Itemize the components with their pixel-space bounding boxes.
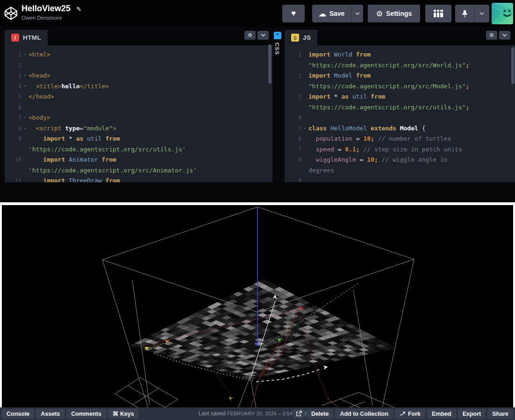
code-line: 11 import ThreeDraw from	[5, 176, 272, 182]
delete-button[interactable]: Delete	[307, 409, 334, 419]
fold-marker-icon[interactable]: ▾	[21, 81, 29, 92]
pin-options-button[interactable]	[474, 5, 489, 22]
code-line: 9 import * as util from	[5, 134, 272, 144]
console-button[interactable]: Console	[2, 409, 34, 419]
axis-origin-dot	[255, 342, 258, 345]
last-saved-status: Last saved FEBRUARY 20, 2024 – 3:54:08 P…	[199, 410, 309, 417]
pin-icon	[462, 10, 468, 18]
tab-css-label: CSS	[274, 43, 280, 55]
chevron-down-icon	[502, 34, 507, 37]
3d-canvas[interactable]	[0, 202, 515, 407]
fork-button[interactable]: Fork	[395, 409, 425, 419]
js-lang-icon: ()	[291, 34, 299, 42]
pin-button[interactable]	[455, 5, 474, 22]
footer-bar: Console Assets Comments ⌘ Keys Last save…	[0, 407, 515, 420]
code-line: "https://code.agentscript.org/src/World.…	[285, 60, 515, 71]
code-line: "https://code.agentscript.org/src/Model.…	[285, 81, 515, 92]
code-line: 4	[285, 113, 515, 123]
js-scrollbar-thumb[interactable]	[511, 47, 515, 84]
fold-marker-icon[interactable]: ▾	[21, 71, 29, 81]
fork-icon	[400, 411, 406, 416]
share-button[interactable]: Share	[487, 409, 513, 419]
comments-button[interactable]: Comments	[66, 409, 106, 419]
code-line: 2import Model from	[285, 71, 515, 81]
like-button[interactable]: ♥	[282, 5, 305, 22]
codepen-logo-icon[interactable]	[4, 6, 18, 21]
gear-icon: ⚙	[248, 32, 252, 38]
js-editor-collapse-button[interactable]	[499, 31, 510, 40]
code-line: 6 population = 10; // number of turtles	[285, 134, 515, 144]
html-editor-collapse-button[interactable]	[258, 31, 269, 40]
assets-button[interactable]: Assets	[36, 409, 64, 419]
code-line: degrees	[285, 165, 515, 176]
chevron-down-icon	[355, 12, 360, 15]
code-line: 10 import Animator from	[5, 155, 272, 165]
fork-label: Fork	[408, 411, 421, 417]
layout-grid-icon	[434, 10, 443, 17]
save-button[interactable]: ☁ Save	[312, 5, 351, 22]
settings-button[interactable]: ⚙ Settings	[368, 5, 420, 22]
editor-band: / HTML ⚙ 1▾<html>23▾<head>4▾ <title>hell…	[0, 27, 515, 182]
app-header: HelloView25 ✎ Owen Densmore ♥ ☁ Save ⚙ S…	[0, 0, 515, 27]
toast-band: ax axe DevTools Browser Extension: Easil…	[0, 182, 515, 202]
code-line: 5</head>	[5, 92, 272, 102]
html-editor-settings-button[interactable]: ⚙	[244, 31, 256, 40]
code-line: "https://code.agentscript.org/src/utils.…	[285, 102, 515, 113]
edit-title-icon[interactable]: ✎	[76, 6, 81, 13]
html-code-area[interactable]: 1▾<html>23▾<head>4▾ <title>hello</title>…	[5, 45, 272, 182]
user-avatar[interactable]	[492, 3, 513, 24]
export-button[interactable]: Export	[458, 409, 486, 419]
gear-icon: ⚙	[489, 32, 494, 38]
code-line: 7 speed = 0.1; // step size in patch uni…	[285, 144, 515, 155]
css-lang-icon: *	[274, 32, 281, 39]
code-line: 3▾<head>	[5, 71, 272, 81]
embed-button[interactable]: Embed	[427, 409, 456, 419]
codepen-editor-app: HelloView25 ✎ Owen Densmore ♥ ☁ Save ⚙ S…	[0, 0, 515, 420]
js-code-area[interactable]: 1import World from"https://code.agentscr…	[285, 45, 515, 182]
code-line: 5▾class HelloModel extends Model {	[285, 123, 515, 134]
settings-label: Settings	[386, 10, 412, 17]
heart-icon: ♥	[291, 9, 296, 18]
js-editor-settings-button[interactable]: ⚙	[486, 31, 497, 40]
add-to-collection-button[interactable]: Add to Collection	[335, 409, 393, 419]
save-label: Save	[329, 10, 345, 17]
cloud-icon: ☁	[319, 9, 326, 18]
chevron-down-icon	[261, 34, 265, 37]
code-line: 8▾ <script type="module">	[5, 123, 272, 134]
external-link-icon	[296, 411, 302, 417]
html-scrollbar-thumb[interactable]	[268, 44, 272, 84]
tab-css-collapsed[interactable]: * CSS	[272, 27, 285, 182]
pin-split-button	[455, 5, 489, 22]
html-editor-panel: / HTML ⚙ 1▾<html>23▾<head>4▾ <title>hell…	[5, 27, 272, 182]
fold-marker-icon[interactable]: ▾	[21, 113, 29, 123]
open-live-view-button[interactable]	[293, 409, 305, 419]
avatar-smiley-icon	[492, 3, 513, 24]
tab-html[interactable]: / HTML	[5, 30, 48, 45]
result-preview	[0, 202, 515, 407]
code-line: 9	[285, 176, 515, 182]
code-line: 8 wiggleAngle = 10; // wiggle angle in	[285, 155, 515, 165]
code-line: 6	[5, 102, 272, 113]
keys-button[interactable]: ⌘ Keys	[108, 409, 139, 419]
code-line: 3import * as util from	[285, 92, 515, 102]
pen-title: HelloView25	[21, 4, 71, 14]
save-split-button: ☁ Save	[312, 5, 363, 22]
js-tab-row: () JS ⚙	[285, 27, 515, 45]
tab-js[interactable]: () JS	[285, 30, 317, 45]
code-line: 4▾ <title>hello</title>	[5, 81, 272, 92]
chevron-down-icon	[479, 12, 484, 15]
change-view-button[interactable]	[425, 5, 451, 22]
tab-js-label: JS	[303, 34, 311, 41]
save-options-button[interactable]	[351, 5, 363, 22]
pen-author: Owen Densmore	[21, 15, 81, 21]
fold-marker-icon[interactable]: ▾	[21, 123, 29, 134]
html-lang-icon: /	[11, 34, 19, 42]
code-line: 7▾<body>	[5, 113, 272, 123]
code-line: 'https://code.agentscript.org/src/Animat…	[5, 165, 272, 176]
fold-marker-icon[interactable]: ▾	[21, 50, 29, 60]
html-tab-row: / HTML ⚙	[5, 27, 272, 45]
code-line: 1▾<html>	[5, 50, 272, 60]
fold-marker-icon[interactable]: ▾	[301, 123, 308, 134]
code-line: 1import World from	[285, 50, 515, 60]
code-line: 2	[5, 60, 272, 71]
